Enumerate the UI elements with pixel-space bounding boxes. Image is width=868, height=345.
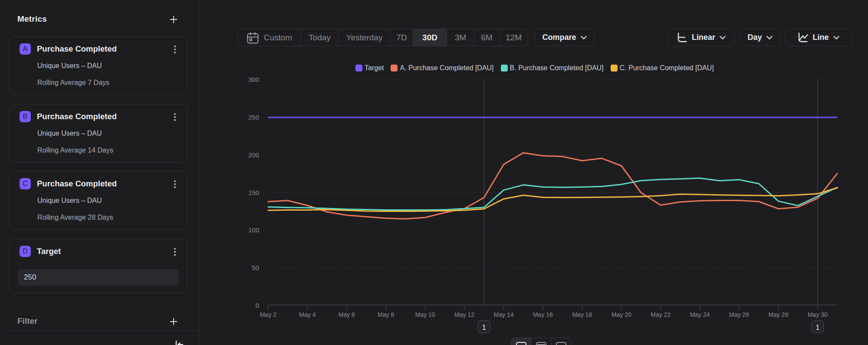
- svg-text:May 8: May 8: [378, 311, 394, 318]
- svg-text:300: 300: [248, 76, 259, 83]
- svg-text:May 26: May 26: [729, 311, 749, 318]
- svg-text:0: 0: [256, 302, 259, 309]
- svg-text:May 12: May 12: [454, 311, 474, 318]
- svg-text:100: 100: [248, 226, 259, 234]
- svg-text:May 28: May 28: [769, 311, 789, 318]
- svg-text:150: 150: [248, 189, 259, 196]
- svg-text:May 14: May 14: [494, 311, 514, 318]
- svg-text:May 30: May 30: [808, 311, 828, 318]
- svg-text:May 16: May 16: [533, 311, 553, 318]
- svg-text:May 24: May 24: [690, 311, 710, 318]
- svg-text:250: 250: [248, 114, 259, 121]
- svg-text:200: 200: [248, 151, 259, 159]
- svg-text:May 2: May 2: [260, 311, 276, 318]
- svg-text:1: 1: [815, 323, 819, 332]
- svg-text:50: 50: [252, 264, 259, 271]
- svg-text:May 22: May 22: [651, 311, 671, 318]
- svg-text:May 18: May 18: [572, 311, 592, 318]
- svg-text:May 4: May 4: [299, 311, 316, 318]
- svg-text:May 20: May 20: [612, 311, 631, 318]
- svg-text:1: 1: [482, 323, 486, 332]
- svg-text:May 10: May 10: [415, 311, 435, 318]
- svg-text:May 6: May 6: [339, 311, 355, 318]
